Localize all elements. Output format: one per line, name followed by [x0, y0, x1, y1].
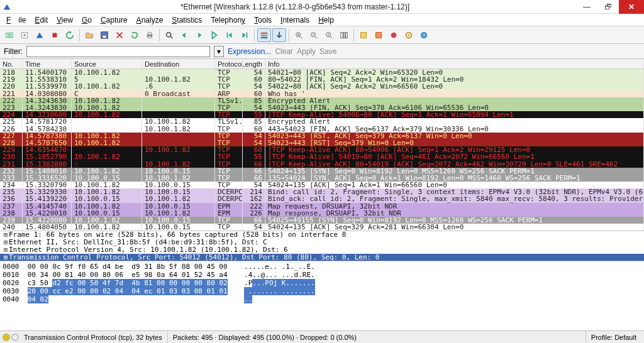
clear-link[interactable]: Clear	[275, 47, 293, 56]
table-row[interactable]: 24015.480405010.100.1.8210.100.0.15TCP54…	[0, 224, 644, 231]
table-row[interactable]: 23115.1382880:10.100.1.82TCP66[TCP Keep-…	[0, 160, 644, 167]
stop-capture-icon[interactable]	[48, 28, 62, 42]
resize-cols-icon[interactable]	[337, 28, 351, 42]
packet-list[interactable]: No. Time Source Destination Protocol Len…	[0, 59, 644, 231]
col-time[interactable]: Time	[23, 59, 72, 68]
table-row[interactable]: 22314.324383010.100.1.82TCP5454023→443 […	[0, 104, 644, 111]
titlebar: *Ethernet [Wireshark 1.12.8 (v1.12.8-0-g…	[0, 0, 644, 14]
table-row[interactable]: 22814.578765010.100.1.82TCP5454023→443 […	[0, 139, 644, 146]
status-packets: Packets: 495 · Displayed: 495 (100.0%) ·…	[168, 331, 586, 343]
table-row[interactable]: 22011.553997010.100.1.82.6TCP5454022→80 …	[0, 83, 644, 90]
back-icon[interactable]	[177, 28, 191, 42]
table-row[interactable]: 22214.324363010.100.1.82TLSv1.285Encrypt…	[0, 97, 644, 104]
autoscroll-icon[interactable]	[272, 28, 286, 42]
apply-link[interactable]: Apply	[297, 47, 316, 56]
open-icon[interactable]	[82, 28, 96, 42]
restart-capture-icon[interactable]	[63, 28, 77, 42]
colorize-icon[interactable]	[257, 28, 271, 42]
packet-list-body[interactable]: 21811.540017010.100.1.82TCP5454021→80 [A…	[0, 69, 644, 231]
svg-line-15	[170, 36, 173, 38]
first-icon[interactable]	[223, 28, 236, 42]
col-len[interactable]: Length	[243, 59, 265, 68]
table-row[interactable]: 23315.331652010.100.0.1510.100.1.82TCP66…	[0, 175, 644, 182]
menu-capture[interactable]: Capture	[97, 15, 131, 25]
forward-icon[interactable]	[192, 28, 206, 42]
coloring-rules-icon[interactable]	[387, 28, 401, 42]
status-profile[interactable]: Profile: Default	[586, 331, 641, 343]
svg-rect-32	[343, 32, 345, 38]
capture-filters-icon[interactable]	[357, 28, 370, 42]
reload-icon[interactable]	[128, 28, 142, 42]
save-icon[interactable]	[97, 28, 111, 42]
table-row[interactable]: 22714.578738010.100.1.82TCP5454023→443 […	[0, 133, 644, 139]
close-file-icon[interactable]	[113, 28, 126, 42]
print-icon[interactable]	[143, 28, 157, 42]
svg-rect-16	[227, 32, 228, 38]
table-row[interactable]: 21811.540017010.100.1.82TCP5454021→80 [A…	[0, 69, 644, 76]
help-icon[interactable]: ?	[417, 28, 431, 42]
app-icon	[3, 3, 11, 11]
zoom-in-icon[interactable]	[292, 28, 306, 42]
comment-icon[interactable]	[11, 334, 19, 341]
options-icon[interactable]	[18, 28, 31, 42]
maximize-button[interactable]: 🗗	[597, 0, 619, 14]
menu-help[interactable]: Help	[314, 15, 338, 25]
svg-rect-20	[261, 36, 268, 38]
menu-analyze[interactable]: Analyze	[133, 15, 167, 25]
col-prot[interactable]: Protocol	[215, 59, 243, 68]
filter-dropdown-icon[interactable]: ▾	[214, 46, 224, 57]
plus-icon[interactable]: ⊞	[3, 254, 9, 261]
svg-point-36	[391, 32, 397, 38]
goto-icon[interactable]	[208, 28, 221, 42]
display-filters-icon[interactable]	[372, 28, 386, 42]
find-icon[interactable]	[162, 28, 176, 42]
table-row[interactable]: 21911.5538310510.100.1.82TCP6080→54022 […	[0, 76, 644, 83]
filter-input[interactable]	[26, 46, 210, 57]
expression-link[interactable]: Expression...	[228, 47, 271, 56]
menu-statistics[interactable]: Statistics	[168, 15, 206, 25]
prefs-icon[interactable]	[402, 28, 416, 42]
svg-rect-18	[261, 32, 268, 34]
table-row[interactable]: 23015.105279010.100.1.82TCP55[TCP Keep-A…	[0, 153, 644, 160]
table-row[interactable]: 23215.140001010.100.1.8210.100.0.15TCP66…	[0, 168, 644, 175]
menu-tools[interactable]: Tools	[250, 15, 275, 25]
table-row[interactable]: 23915.422008010.100.1.8210.100.0.15TCP66…	[0, 217, 644, 224]
table-row[interactable]: 23815.422001010.100.0.1510.100.1.82EPM22…	[0, 210, 644, 217]
zoom-out-icon[interactable]	[307, 28, 321, 42]
save-link[interactable]: Save	[319, 47, 336, 56]
table-row[interactable]: 22514.578172010.100.1.82TLSv1.285Encrypt…	[0, 118, 644, 125]
packet-list-header[interactable]: No. Time Source Destination Protocol Len…	[0, 59, 644, 69]
detail-tcp[interactable]: ⊞Transmission Control Protocol, Src Port…	[0, 254, 644, 261]
menu-edit[interactable]: Edit	[31, 15, 52, 25]
menu-view[interactable]: View	[53, 15, 77, 25]
svg-text:1: 1	[328, 32, 330, 36]
packet-details[interactable]: ⊞Frame 1: 66 bytes on wire (528 bits), 6…	[0, 231, 644, 261]
svg-point-14	[167, 32, 171, 36]
menu-go[interactable]: Go	[78, 15, 96, 25]
svg-rect-17	[247, 32, 248, 38]
table-row[interactable]: 22614.578423010.100.1.82TCP60443→54023 […	[0, 126, 644, 133]
menu-file[interactable]: File	[3, 15, 30, 25]
close-button[interactable]: ✕	[619, 0, 644, 14]
hex-pane[interactable]: 0000 00 00 0c 9f f0 65 d4 be d9 31 8b 5f…	[0, 261, 644, 330]
table-row[interactable]: 22914.6354670 10.100.1.82TCP60[TCP Keep-…	[0, 146, 644, 153]
last-icon[interactable]	[238, 28, 252, 42]
table-row[interactable]: 23615.413922010.100.0.1510.100.1.82DCERP…	[0, 195, 644, 202]
menu-internals[interactable]: Internals	[277, 15, 313, 25]
interfaces-icon[interactable]	[3, 28, 16, 42]
menu-telephony[interactable]: Telephony	[207, 15, 249, 25]
table-row[interactable]: 23515.332933010.100.1.8210.100.0.15DCERP…	[0, 188, 644, 195]
zoom-fit-icon[interactable]: 1	[322, 28, 336, 42]
expert-info-icon[interactable]	[3, 334, 10, 341]
start-capture-icon[interactable]	[33, 28, 47, 42]
col-src[interactable]: Source	[72, 59, 142, 68]
col-info[interactable]: Info	[265, 59, 644, 68]
minimize-button[interactable]: —	[576, 0, 597, 14]
col-dst[interactable]: Destination	[142, 59, 215, 68]
svg-rect-12	[148, 32, 151, 35]
table-row[interactable]: 22414.371060010.100.1.82TCP55[TCP Keep-A…	[0, 111, 644, 118]
col-no[interactable]: No.	[0, 59, 23, 68]
table-row[interactable]: 22114.0308080C0 BroadcastARP60Who has '	[0, 90, 644, 97]
table-row[interactable]: 23415.332079010.100.1.8210.100.0.15TCP54…	[0, 182, 644, 188]
table-row[interactable]: 23715.414574010.100.1.8210.100.0.15EPM22…	[0, 203, 644, 210]
